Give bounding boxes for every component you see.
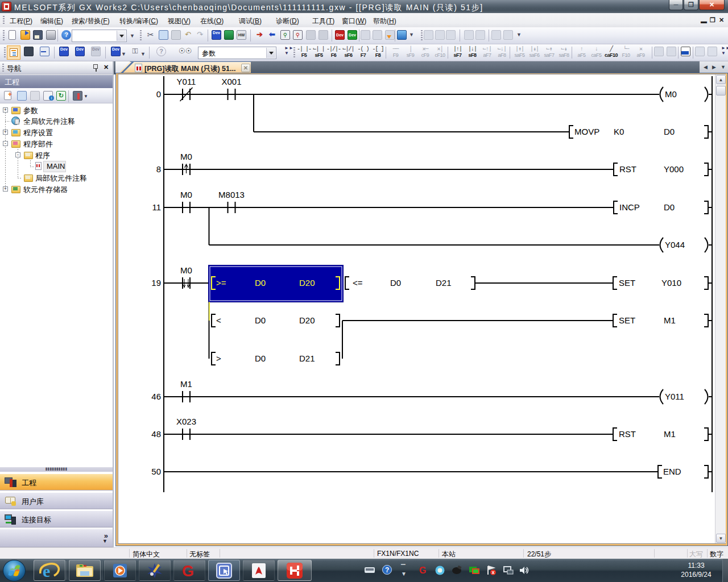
svg-text:M1: M1 <box>180 379 192 389</box>
svg-text:D0: D0 <box>255 315 266 325</box>
svg-text:Y044: Y044 <box>665 240 685 250</box>
svg-text:M0: M0 <box>180 265 192 275</box>
svg-text:X023: X023 <box>176 417 196 426</box>
svg-text:D20: D20 <box>299 315 315 325</box>
svg-text:48: 48 <box>151 429 161 439</box>
svg-text:>=: >= <box>216 278 226 288</box>
svg-text:D20: D20 <box>299 278 315 288</box>
svg-text:Y011: Y011 <box>665 392 684 401</box>
svg-text:MOVP: MOVP <box>574 127 599 136</box>
svg-text:M0: M0 <box>180 152 192 161</box>
svg-text:SET: SET <box>619 278 635 288</box>
svg-text:M1: M1 <box>664 315 676 325</box>
svg-text:INCP: INCP <box>619 202 640 212</box>
svg-text:D21: D21 <box>436 278 452 288</box>
svg-text:M0: M0 <box>665 89 677 99</box>
svg-text:D0: D0 <box>255 354 266 363</box>
svg-text:Y010: Y010 <box>661 278 681 288</box>
svg-text:X001: X001 <box>221 77 241 86</box>
svg-text:D0: D0 <box>664 202 675 212</box>
svg-text:Y011: Y011 <box>177 77 196 86</box>
svg-text:D0: D0 <box>664 127 675 136</box>
svg-text:M1: M1 <box>664 429 676 439</box>
svg-text:<=: <= <box>353 278 363 288</box>
svg-text:46: 46 <box>151 392 161 401</box>
svg-text:D0: D0 <box>255 278 266 288</box>
svg-text:11: 11 <box>152 202 161 212</box>
svg-text:19: 19 <box>151 278 161 288</box>
svg-text:>: > <box>216 354 221 363</box>
svg-text:D0: D0 <box>390 278 401 288</box>
svg-text:<: < <box>216 315 221 325</box>
svg-text:SET: SET <box>619 315 635 325</box>
svg-text:M8013: M8013 <box>218 190 245 199</box>
svg-text:0: 0 <box>156 89 161 99</box>
svg-text:END: END <box>663 467 681 476</box>
svg-text:Y000: Y000 <box>664 164 684 174</box>
svg-text:RST: RST <box>619 429 636 439</box>
svg-text:G: G <box>182 563 194 579</box>
svg-text:RST: RST <box>619 164 636 174</box>
svg-text:K0: K0 <box>614 127 624 136</box>
svg-text:D21: D21 <box>299 354 315 363</box>
svg-text:50: 50 <box>151 467 161 476</box>
svg-text:M0: M0 <box>180 190 192 199</box>
svg-text:8: 8 <box>156 164 161 174</box>
